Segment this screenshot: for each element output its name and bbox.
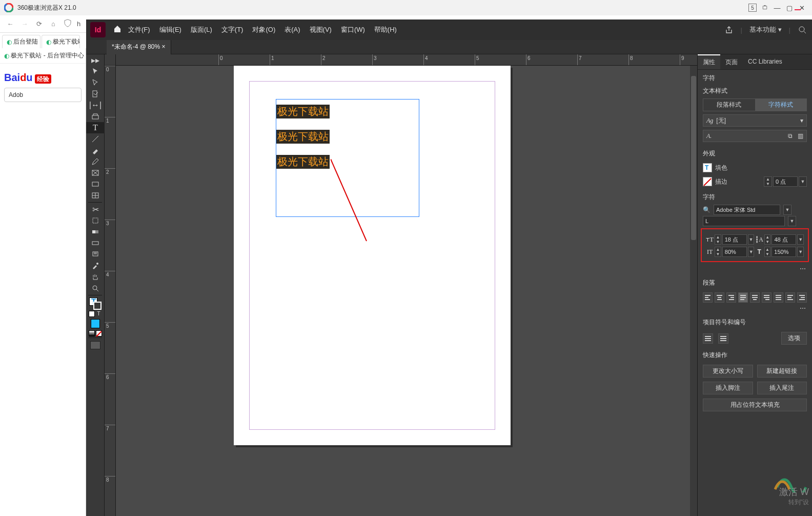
stroke-weight-spinner[interactable]: ▲▼ bbox=[764, 176, 772, 187]
align-center-button[interactable] bbox=[715, 292, 724, 303]
vertical-scale-dropdown[interactable]: ▼ bbox=[748, 247, 755, 257]
fill-placeholder-button[interactable]: 用占位符文本填充 bbox=[703, 399, 807, 411]
tab-character-style[interactable]: 字符样式 bbox=[755, 99, 807, 111]
direct-selection-tool-icon[interactable] bbox=[86, 77, 105, 88]
font-family-input[interactable] bbox=[714, 205, 780, 215]
ruler-origin[interactable] bbox=[105, 54, 116, 66]
baidu-search-input[interactable]: Adob bbox=[4, 88, 82, 102]
extensions-icon[interactable] bbox=[759, 4, 771, 12]
menu-window[interactable]: 窗口(W) bbox=[341, 25, 365, 34]
align-toward-spine-button[interactable] bbox=[797, 292, 807, 303]
free-transform-tool-icon[interactable] bbox=[86, 215, 105, 226]
vertical-scale-spinner[interactable]: ▲▼ bbox=[715, 247, 721, 257]
apply-color-icon[interactable] bbox=[91, 319, 100, 328]
tab-properties[interactable]: 属性 bbox=[698, 54, 720, 69]
justify-right-button[interactable] bbox=[762, 292, 772, 303]
browser-tab[interactable]: ◐ 后台登陆 - bbox=[2, 35, 40, 48]
pencil-tool-icon[interactable] bbox=[86, 156, 105, 167]
more-options-icon[interactable]: ⋯ bbox=[698, 305, 812, 314]
ruler-horizontal[interactable] bbox=[116, 54, 697, 66]
justify-all-button[interactable] bbox=[774, 292, 783, 303]
menu-type[interactable]: 文字(T) bbox=[221, 25, 243, 34]
nav-reload-icon[interactable]: ⟳ bbox=[32, 20, 46, 28]
menu-layout[interactable]: 版面(L) bbox=[191, 25, 212, 34]
viewport[interactable]: 极光下载站 极光下载站 极光下载站 bbox=[116, 66, 690, 516]
justify-center-button[interactable] bbox=[750, 292, 760, 303]
text-frame[interactable]: 极光下载站 极光下载站 极光下载站 bbox=[276, 99, 419, 217]
minimize-button[interactable]: — bbox=[771, 4, 783, 12]
home-icon[interactable] bbox=[110, 25, 125, 35]
screen-mode-icon[interactable] bbox=[90, 341, 100, 349]
note-tool-icon[interactable] bbox=[86, 249, 105, 260]
content-collector-tool-icon[interactable] bbox=[86, 111, 105, 122]
collapse-icon[interactable]: ▸▸ bbox=[86, 54, 105, 66]
style-options-icon[interactable]: ▥ bbox=[798, 132, 803, 140]
apply-gradient-none-icon[interactable] bbox=[86, 330, 104, 336]
insert-footnote-button[interactable]: 插入脚注 bbox=[703, 382, 753, 394]
workspace-switcher[interactable]: 基本功能 ▾ bbox=[749, 25, 782, 34]
stroke-swatch-icon[interactable] bbox=[703, 177, 712, 186]
new-style-icon[interactable]: ⧉ bbox=[788, 132, 793, 140]
table-tool-icon[interactable] bbox=[86, 190, 105, 201]
character-style-dropdown[interactable]: Ag[无]▾ bbox=[703, 114, 807, 127]
tab-paragraph-style[interactable]: 段落样式 bbox=[703, 99, 755, 111]
zoom-tool-icon[interactable] bbox=[86, 283, 105, 294]
menu-view[interactable]: 视图(V) bbox=[310, 25, 332, 34]
nav-home-icon[interactable]: ⌂ bbox=[46, 20, 60, 28]
document-tab[interactable]: *未命名-4 @ 80% × bbox=[107, 40, 171, 54]
gap-tool-icon[interactable]: |↔| bbox=[86, 100, 105, 111]
align-away-spine-button[interactable] bbox=[785, 292, 795, 303]
rectangle-frame-tool-icon[interactable] bbox=[86, 167, 105, 178]
nav-forward-icon[interactable]: → bbox=[17, 20, 32, 28]
leading-input[interactable] bbox=[772, 234, 796, 245]
scrollbar-thumb[interactable] bbox=[691, 76, 696, 240]
browser-tab[interactable]: ◐ 极光下载站 bbox=[42, 35, 80, 48]
sample-text-line[interactable]: 极光下载站 bbox=[276, 155, 330, 169]
type-tool-icon[interactable]: T bbox=[86, 122, 105, 133]
fill-swatch-icon[interactable]: T bbox=[703, 163, 712, 172]
leading-dropdown[interactable]: ▼ bbox=[797, 234, 804, 245]
insert-endnote-button[interactable]: 插入尾注 bbox=[757, 382, 807, 394]
change-case-button[interactable]: 更改大小写 bbox=[703, 365, 753, 378]
more-options-icon[interactable]: ⋯ bbox=[698, 265, 812, 274]
align-right-button[interactable] bbox=[726, 292, 736, 303]
gradient-swatch-tool-icon[interactable] bbox=[86, 226, 105, 237]
new-hyperlink-button[interactable]: 新建超链接 bbox=[757, 365, 807, 378]
horizontal-scale-input[interactable] bbox=[772, 247, 796, 257]
bullets-options-button[interactable]: 选项 bbox=[781, 332, 807, 345]
sample-text-line[interactable]: 极光下载站 bbox=[276, 105, 330, 118]
font-size-spinner[interactable]: ▲▼ bbox=[715, 234, 721, 245]
pen-tool-icon[interactable] bbox=[86, 145, 105, 156]
font-style-dropdown[interactable]: ▼ bbox=[788, 216, 796, 226]
menu-object[interactable]: 对象(O) bbox=[252, 25, 275, 34]
maximize-button[interactable]: ▢ bbox=[783, 4, 796, 12]
format-affects-icon[interactable]: T bbox=[86, 311, 104, 317]
search-icon[interactable] bbox=[798, 25, 807, 34]
line-tool-icon[interactable] bbox=[86, 133, 105, 145]
shield-icon[interactable] bbox=[60, 19, 75, 29]
ruler-vertical[interactable] bbox=[105, 66, 116, 516]
leading-spinner[interactable]: ▲▼ bbox=[764, 234, 771, 245]
eyedropper-tool-icon[interactable] bbox=[86, 260, 105, 271]
tab-count-badge[interactable]: 5 bbox=[746, 4, 759, 12]
vertical-scrollbar[interactable] bbox=[690, 66, 697, 516]
menu-file[interactable]: 文件(F) bbox=[128, 25, 150, 34]
stroke-weight-dropdown[interactable]: ▼ bbox=[799, 176, 807, 187]
fill-stroke-swatch[interactable]: T bbox=[86, 296, 104, 311]
tab-pages[interactable]: 页面 bbox=[720, 54, 743, 69]
browser-tab[interactable]: ◐ 极光下载站 - 后台管理中心 bbox=[0, 48, 86, 64]
share-icon[interactable] bbox=[724, 25, 734, 34]
horizontal-scale-spinner[interactable]: ▲▼ bbox=[764, 247, 771, 257]
numbered-list-button[interactable] bbox=[718, 333, 728, 344]
stroke-weight-input[interactable] bbox=[773, 176, 798, 187]
menu-edit[interactable]: 编辑(E) bbox=[159, 25, 181, 34]
font-size-input[interactable] bbox=[722, 234, 747, 245]
justify-left-button[interactable] bbox=[738, 292, 748, 303]
hand-tool-icon[interactable] bbox=[86, 271, 105, 283]
bulleted-list-button[interactable] bbox=[703, 333, 713, 344]
scissors-tool-icon[interactable]: ✂ bbox=[86, 204, 105, 215]
nav-back-icon[interactable]: ← bbox=[3, 20, 17, 28]
selection-tool-icon[interactable] bbox=[86, 66, 105, 77]
font-family-dropdown[interactable]: ▼ bbox=[783, 205, 791, 215]
tab-cc-libraries[interactable]: CC Libraries bbox=[743, 54, 787, 69]
